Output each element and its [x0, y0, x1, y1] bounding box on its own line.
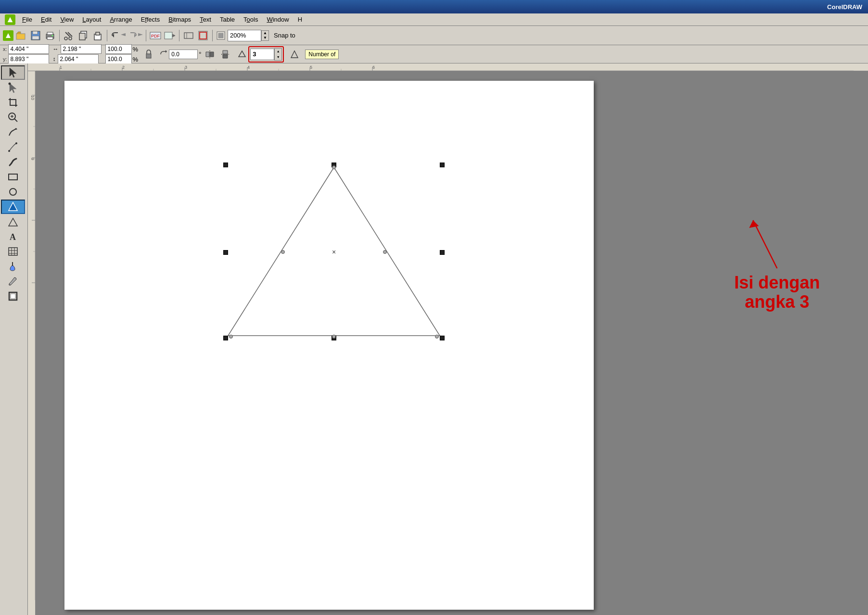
node-mid-right[interactable] [383, 250, 387, 254]
svg-point-61 [9, 284, 11, 286]
handle-ml[interactable] [223, 250, 228, 255]
scale-group: % % [105, 44, 139, 64]
pen-tool[interactable] [1, 140, 25, 154]
x-label: x: [3, 46, 7, 52]
rectangle-tool[interactable] [1, 170, 25, 184]
separator-2 [107, 30, 107, 41]
handle-bl[interactable] [223, 336, 228, 340]
separator-5 [212, 30, 213, 41]
basic-shapes-tool[interactable] [1, 214, 25, 229]
menu-arrange[interactable]: Arrange [106, 15, 136, 24]
nodes-input[interactable]: 3 [250, 49, 274, 60]
cut-button[interactable] [62, 29, 76, 42]
snap-to-label: Snap to [274, 32, 295, 39]
svg-text:PDF: PDF [151, 34, 160, 38]
menu-window[interactable]: Window [263, 15, 293, 24]
scale-x-input[interactable] [105, 44, 132, 54]
scale-y-input[interactable] [105, 54, 132, 64]
zoom-input[interactable]: 200% [228, 30, 261, 41]
import-button[interactable]: PDF [149, 29, 162, 42]
lock-proportions-button[interactable] [142, 48, 155, 61]
zoom-up-button[interactable]: ▲ [262, 31, 268, 36]
node-bottom-center[interactable] [332, 335, 336, 339]
menu-layout[interactable]: Layout [78, 15, 105, 24]
polygon-tool[interactable] [1, 200, 25, 214]
shape-tool[interactable] [1, 80, 25, 95]
sharp-corners-button[interactable] [288, 48, 301, 61]
zoom-tool[interactable] [1, 110, 25, 125]
y-input[interactable] [8, 54, 49, 64]
svg-marker-21 [138, 33, 143, 36]
menu-file[interactable]: File [18, 15, 36, 24]
fill-tool[interactable] [1, 259, 25, 274]
node-mid-left[interactable] [281, 250, 285, 254]
ruler-top: 1 2 3 4 5 6 [28, 63, 868, 71]
node-apex[interactable] [332, 165, 336, 169]
canvas-work-area[interactable]: × [36, 71, 868, 615]
svg-marker-40 [291, 51, 298, 58]
nodes-group: 3 ▲ ▼ [238, 46, 284, 63]
handle-mr[interactable] [440, 250, 445, 255]
crop-tool[interactable] [1, 95, 25, 110]
artistic-media-tool[interactable] [1, 155, 25, 169]
flip-h-button[interactable] [203, 48, 217, 61]
eyedropper-tool[interactable] [1, 274, 25, 289]
copy-button[interactable] [77, 29, 90, 42]
zoom-control: 200% ▲ ▼ [228, 30, 269, 41]
h-input[interactable] [58, 54, 99, 64]
export-button[interactable] [163, 29, 177, 42]
select-tool[interactable] [1, 65, 25, 80]
degree-label: ° [199, 50, 201, 58]
freehand-tool[interactable] [1, 125, 25, 139]
undo-button[interactable] [110, 29, 126, 42]
outline-tool[interactable] [1, 289, 25, 303]
text-tool[interactable]: A [1, 229, 25, 244]
menu-tools[interactable]: Tools [240, 15, 262, 24]
svg-text:4: 4 [247, 65, 250, 70]
menu-bitmaps[interactable]: Bitmaps [165, 15, 195, 24]
new-button[interactable] [3, 30, 13, 41]
zoom-full-button[interactable] [182, 29, 195, 42]
menu-help[interactable]: H [294, 15, 306, 24]
save-button[interactable] [29, 29, 42, 42]
svg-point-44 [9, 83, 11, 85]
open-button[interactable] [14, 29, 28, 42]
y-label: y: [3, 56, 7, 62]
print-button[interactable] [43, 29, 57, 42]
svg-line-46 [14, 119, 17, 122]
svg-marker-1 [6, 33, 11, 38]
paste-button[interactable] [91, 29, 104, 42]
zoom-down-button[interactable]: ▼ [262, 36, 268, 40]
handle-tl[interactable] [223, 163, 228, 167]
x-input[interactable] [8, 44, 49, 54]
nodes-down-button[interactable]: ▼ [275, 54, 281, 60]
menu-text[interactable]: Text [196, 15, 215, 24]
svg-rect-2 [16, 34, 25, 39]
redo-button[interactable] [127, 29, 143, 42]
zoom-display-btn[interactable] [215, 29, 227, 42]
node-bottom-left[interactable] [229, 335, 233, 339]
menu-effects[interactable]: Effects [137, 15, 164, 24]
menu-view[interactable]: View [56, 15, 77, 24]
flip-v-button[interactable] [218, 48, 232, 61]
svg-point-52 [10, 188, 16, 195]
numberof-tooltip: Number of [305, 50, 339, 59]
node-bottom-right[interactable] [435, 335, 439, 339]
menu-table[interactable]: Table [216, 15, 239, 24]
nodes-up-button[interactable]: ▲ [275, 49, 281, 54]
w-input[interactable] [61, 44, 102, 54]
triangle-shape[interactable]: × [218, 158, 449, 345]
handle-br[interactable] [440, 336, 445, 340]
ellipse-tool[interactable] [1, 185, 25, 199]
angle-input[interactable] [169, 50, 198, 59]
menu-edit[interactable]: Edit [37, 15, 55, 24]
center-cross: × [332, 248, 336, 256]
nodes-spinner: ▲ ▼ [274, 48, 282, 61]
handle-tr[interactable] [440, 163, 445, 167]
canvas-container: 1 2 3 4 5 6 [28, 63, 868, 615]
zoom-fit-button[interactable] [196, 29, 210, 42]
svg-marker-43 [10, 83, 16, 93]
w-arrow-icon: ↔ [53, 46, 59, 52]
table-tool[interactable] [1, 244, 25, 259]
xy-group: x: y: [3, 44, 49, 64]
